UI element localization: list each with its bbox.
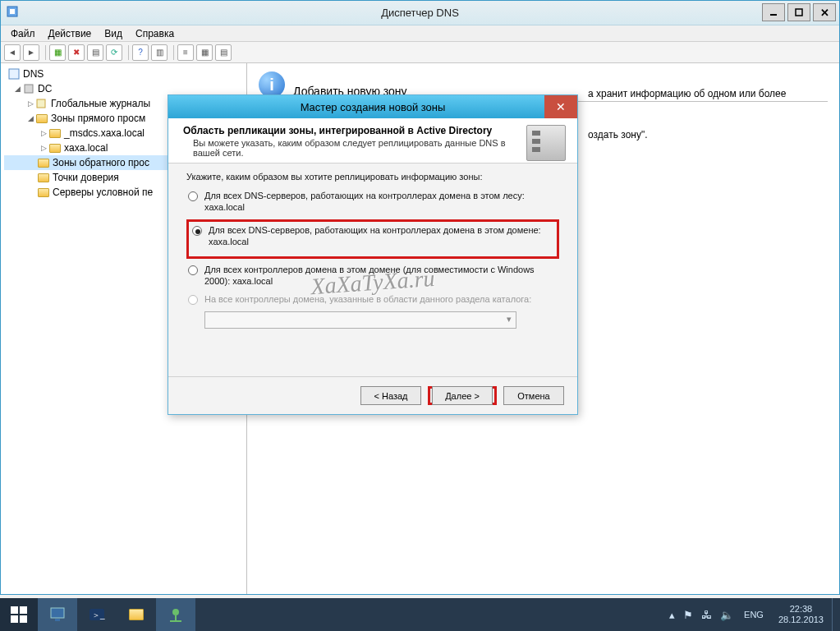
tray-clock[interactable]: 22:38 28.12.2013 bbox=[778, 604, 824, 625]
radio-win2000-compat[interactable]: Для всех контроллеров домена в этом доме… bbox=[186, 264, 559, 287]
svg-rect-6 bbox=[37, 99, 45, 108]
toolbar-separator bbox=[45, 45, 46, 60]
toolbar-btn-icon[interactable]: ▤ bbox=[215, 44, 232, 61]
partition-dropdown bbox=[204, 311, 516, 329]
folder-icon bbox=[48, 127, 62, 139]
toolbar-separator bbox=[173, 45, 174, 60]
radio-custom-partition: На все контроллеры домена, указанные в о… bbox=[186, 293, 559, 305]
server-illustration-icon bbox=[526, 125, 566, 161]
system-tray: ▴ ⚑ 🖧 🔈 ENG 22:38 28.12.2013 bbox=[665, 598, 840, 631]
menu-bar: Файл Действие Вид Справка bbox=[1, 25, 839, 42]
wizard-header: Область репликации зоны, интегрированной… bbox=[168, 118, 577, 164]
folder-icon bbox=[35, 113, 48, 124]
content-text-line2: оздать зону". bbox=[588, 129, 648, 140]
toolbar-refresh-icon[interactable]: ⟳ bbox=[106, 44, 122, 61]
radio-icon bbox=[188, 295, 198, 305]
close-button[interactable]: ✕ bbox=[813, 3, 836, 21]
taskbar-explorer[interactable] bbox=[117, 598, 156, 631]
cancel-button[interactable]: Отмена bbox=[503, 386, 564, 405]
radio-icon bbox=[188, 191, 198, 201]
toolbar-props-icon[interactable]: ▤ bbox=[87, 44, 103, 61]
minimize-button[interactable] bbox=[762, 3, 785, 21]
folder-icon bbox=[37, 187, 50, 198]
main-titlebar[interactable]: Диспетчер DNS ✕ bbox=[1, 1, 839, 25]
toolbar-help-icon[interactable]: ? bbox=[132, 44, 149, 61]
wizard-button-row: < Назад Далее > Отмена bbox=[168, 376, 577, 414]
menu-help[interactable]: Справка bbox=[129, 28, 181, 39]
svg-rect-4 bbox=[9, 69, 19, 79]
svg-rect-8 bbox=[55, 619, 60, 621]
expand-icon[interactable]: ▷ bbox=[25, 99, 35, 108]
wizard-title: Мастер создания новой зоны bbox=[301, 101, 446, 113]
tray-up-icon[interactable]: ▴ bbox=[669, 609, 675, 621]
radio-forest-dns[interactable]: Для всех DNS-серверов, работающих на кон… bbox=[186, 190, 559, 213]
app-icon bbox=[6, 5, 19, 21]
toolbar-delete-icon[interactable]: ✖ bbox=[68, 44, 85, 61]
collapse-icon[interactable]: ◢ bbox=[12, 85, 22, 93]
svg-rect-13 bbox=[170, 620, 181, 622]
toolbar-btn-icon[interactable]: ▦ bbox=[196, 44, 213, 61]
folder-icon bbox=[37, 172, 50, 183]
svg-rect-5 bbox=[25, 85, 33, 93]
next-button[interactable]: Далее > bbox=[432, 386, 493, 405]
radio-icon bbox=[192, 226, 202, 236]
svg-rect-12 bbox=[175, 615, 177, 620]
wizard-close-button[interactable]: ✕ bbox=[544, 95, 577, 118]
collapse-icon[interactable]: ◢ bbox=[25, 114, 35, 122]
folder-icon bbox=[37, 157, 50, 168]
svg-text:＞_: ＞_ bbox=[92, 610, 105, 619]
menu-view[interactable]: Вид bbox=[98, 28, 129, 39]
windows-logo-icon bbox=[11, 606, 27, 623]
content-text-line1: а хранит информацию об одном или более bbox=[588, 88, 786, 99]
folder-icon bbox=[129, 609, 144, 620]
expand-icon[interactable]: ▷ bbox=[39, 129, 48, 137]
wizard-prompt: Укажите, каким образом вы хотите реплици… bbox=[186, 172, 559, 182]
taskbar-dns-manager[interactable] bbox=[156, 598, 195, 631]
svg-rect-3 bbox=[796, 9, 802, 16]
tray-flag-icon[interactable]: ⚑ bbox=[683, 609, 693, 621]
wizard-body: Укажите, каким образом вы хотите реплици… bbox=[168, 164, 577, 376]
toolbar: ◄ ► ▦ ✖ ▤ ⟳ ? ▥ ≡ ▦ ▤ bbox=[1, 42, 839, 63]
menu-action[interactable]: Действие bbox=[42, 28, 99, 39]
radio-icon bbox=[188, 265, 198, 275]
tree-root-dns[interactable]: DNS bbox=[4, 67, 246, 81]
toolbar-separator bbox=[128, 45, 129, 60]
svg-point-11 bbox=[172, 609, 179, 615]
tray-sound-icon[interactable]: 🔈 bbox=[720, 609, 733, 621]
toolbar-fwd-icon[interactable]: ► bbox=[23, 44, 39, 61]
taskbar-powershell[interactable]: ＞_ bbox=[77, 598, 117, 631]
highlight-next-button: Далее > bbox=[428, 386, 497, 405]
svg-rect-7 bbox=[51, 608, 64, 618]
wizard-header-subtitle: Вы можете указать, каким образом следует… bbox=[183, 138, 521, 158]
toolbar-btn-icon[interactable]: ▥ bbox=[151, 44, 168, 61]
toolbar-back-icon[interactable]: ◄ bbox=[4, 44, 21, 61]
server-icon bbox=[22, 83, 35, 94]
radio-domain-dns[interactable]: Для всех DNS-серверов, работающих на кон… bbox=[190, 224, 555, 247]
tray-language[interactable]: ENG bbox=[744, 610, 764, 619]
taskbar-server-manager[interactable] bbox=[38, 598, 77, 631]
folder-icon bbox=[48, 142, 62, 154]
back-button[interactable]: < Назад bbox=[360, 386, 421, 405]
wizard-titlebar[interactable]: Мастер создания новой зоны ✕ bbox=[168, 95, 577, 118]
menu-file[interactable]: Файл bbox=[4, 28, 42, 39]
maximize-button[interactable] bbox=[787, 3, 810, 21]
start-button[interactable] bbox=[0, 598, 38, 631]
book-icon bbox=[35, 98, 48, 109]
main-window-title: Диспетчер DNS bbox=[381, 7, 459, 19]
highlight-selected-option: Для всех DNS-серверов, работающих на кон… bbox=[186, 219, 559, 259]
show-desktop-button[interactable] bbox=[832, 598, 840, 631]
expand-icon[interactable]: ▷ bbox=[39, 144, 48, 152]
toolbar-btn-icon[interactable]: ≡ bbox=[177, 44, 194, 61]
taskbar: ＞_ ▴ ⚑ 🖧 🔈 ENG 22:38 28.12.2013 bbox=[0, 598, 840, 631]
tray-network-icon[interactable]: 🖧 bbox=[701, 609, 712, 621]
wizard-header-title: Область репликации зоны, интегрированной… bbox=[183, 125, 521, 136]
svg-rect-1 bbox=[10, 9, 15, 14]
dns-icon bbox=[7, 68, 21, 80]
new-zone-wizard: Мастер создания новой зоны ✕ Область реп… bbox=[168, 94, 578, 415]
toolbar-add-icon[interactable]: ▦ bbox=[49, 44, 66, 61]
